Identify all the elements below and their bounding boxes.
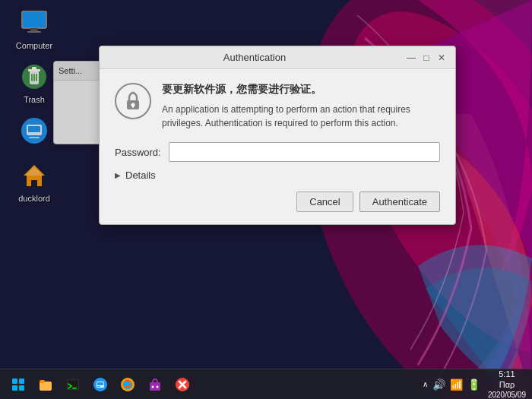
taskbar: ∧ 🔊 📶 🔋 5:11 Παρ 2020/05/09 [0, 369, 532, 399]
taskbar-icon-terminal[interactable] [61, 372, 85, 397]
taskbar-icon-firefox[interactable] [116, 372, 140, 397]
taskbar-time-value: 5:11 [499, 369, 515, 379]
taskbar-tray: ∧ 🔊 📶 🔋 [423, 378, 480, 391]
auth-header: 要更新软件源，您需要进行验证。 An application is attemp… [115, 83, 440, 130]
details-arrow-icon: ▶ [115, 171, 121, 179]
auth-sub-text: An application is attempting to perform … [162, 103, 440, 130]
auth-password-row: Password: [115, 142, 440, 162]
desktop: Computer Trash [0, 0, 532, 399]
auth-dialog: Authentication—□✕ 要更新软件源，您需要进行验证。 An app… [99, 46, 456, 225]
auth-dialog-title: Authentication [106, 52, 404, 63]
svg-rect-37 [150, 382, 160, 391]
auth-text-block: 要更新软件源，您需要进行验证。 An application is attemp… [162, 83, 440, 130]
tray-battery-icon[interactable]: 🔋 [467, 378, 480, 391]
taskbar-icon-files[interactable] [33, 372, 58, 397]
taskbar-icon-shop[interactable] [143, 372, 167, 397]
auth-buttons: Cancel Authenticate [115, 192, 440, 212]
taskbar-day-value: Παρ [499, 379, 515, 390]
auth-titlebar: Authentication—□✕ [100, 46, 455, 69]
password-input[interactable] [169, 142, 440, 162]
svg-rect-34 [97, 386, 100, 387]
maximize-button[interactable]: □ [419, 50, 434, 65]
svg-rect-24 [19, 378, 24, 384]
lock-icon [115, 83, 151, 119]
password-label: Password: [115, 147, 161, 158]
cancel-button[interactable]: Cancel [296, 192, 353, 212]
tray-volume-icon[interactable]: 🔊 [432, 378, 445, 391]
auth-content: 要更新软件源，您需要进行验证。 An application is attemp… [100, 69, 455, 224]
auth-main-text: 要更新软件源，您需要进行验证。 [162, 83, 440, 97]
svg-rect-33 [97, 382, 103, 385]
taskbar-clock[interactable]: 5:11 Παρ 2020/05/09 [488, 369, 526, 399]
svg-rect-23 [12, 378, 17, 384]
auth-details-toggle[interactable]: ▶ Details [115, 169, 440, 181]
svg-rect-26 [19, 385, 24, 391]
svg-point-39 [157, 385, 159, 388]
svg-rect-22 [132, 105, 134, 108]
tray-network-icon[interactable]: 📶 [450, 378, 463, 391]
svg-rect-30 [72, 388, 77, 389]
tray-arrow-up[interactable]: ∧ [423, 380, 428, 388]
taskbar-icon-start[interactable] [6, 372, 30, 397]
authenticate-button[interactable]: Authenticate [359, 192, 440, 212]
taskbar-date-value: 2020/05/09 [488, 390, 526, 399]
close-button[interactable]: ✕ [434, 50, 449, 65]
details-label: Details [125, 169, 156, 181]
taskbar-icon-appstore[interactable] [88, 372, 112, 397]
taskbar-icon-app-x[interactable] [170, 372, 195, 397]
minimize-button[interactable]: — [404, 50, 419, 65]
svg-point-38 [152, 385, 154, 388]
svg-rect-25 [12, 385, 17, 391]
